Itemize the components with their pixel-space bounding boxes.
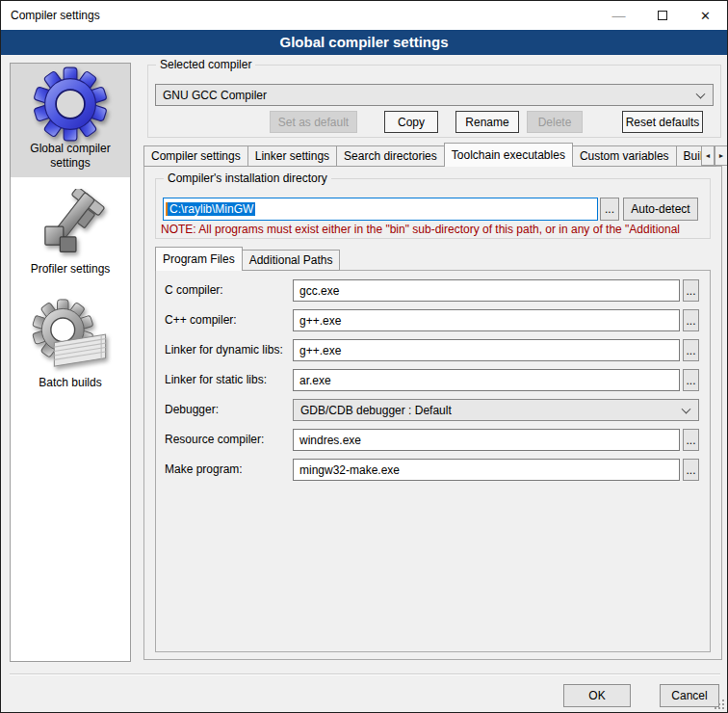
tab-label: Toolchain executables: [452, 148, 565, 162]
tab-toolchain-executables[interactable]: Toolchain executables: [444, 143, 573, 167]
selected-compiler-group-label: Selected compiler: [156, 58, 255, 72]
static-linker-browse-button[interactable]: ...: [683, 369, 699, 391]
tab-compiler-settings[interactable]: Compiler settings: [143, 145, 248, 167]
sidebar-item-label: Profiler settings: [31, 262, 111, 277]
install-dir-input[interactable]: C:\raylib\MinGW: [163, 198, 598, 221]
cpp-compiler-browse-button[interactable]: ...: [683, 309, 699, 331]
compiler-select-value: GNU GCC Compiler: [163, 89, 267, 102]
arrow-left-icon: ◄: [705, 152, 712, 159]
tab-linker-settings[interactable]: Linker settings: [247, 145, 337, 167]
minimize-icon: —: [612, 8, 626, 23]
copy-label: Copy: [398, 116, 425, 129]
tab-label: Linker settings: [255, 149, 329, 163]
cpp-compiler-input[interactable]: g++.exe: [293, 309, 680, 331]
tab-additional-paths[interactable]: Additional Paths: [242, 250, 341, 271]
rename-button[interactable]: Rename: [455, 111, 519, 133]
compiler-tabs: Compiler settings Linker settings Search…: [143, 143, 722, 167]
c-compiler-browse-button[interactable]: ...: [683, 279, 699, 302]
ellipsis-icon: ...: [686, 284, 695, 298]
resource-compiler-browse-button[interactable]: ...: [683, 429, 699, 451]
reset-defaults-button[interactable]: Reset defaults: [622, 111, 703, 133]
tab-label: Custom variables: [580, 149, 669, 163]
set-as-default-button: Set as default: [270, 111, 357, 133]
make-program-input[interactable]: mingw32-make.exe: [293, 459, 680, 481]
chevron-down-icon: [682, 404, 691, 413]
page-title: Global compiler settings: [1, 30, 727, 55]
arrow-right-icon: ►: [718, 152, 725, 159]
debugger-label: Debugger:: [165, 399, 219, 421]
close-icon: ✕: [700, 9, 711, 23]
dynamic-linker-value: g++.exe: [299, 344, 341, 357]
compiler-select[interactable]: GNU GCC Compiler: [155, 84, 714, 106]
compiler-settings-dialog: Compiler settings — ✕ Global compiler se…: [0, 0, 728, 713]
static-linker-value: ar.exe: [299, 374, 331, 387]
install-dir-note: NOTE: All programs must exist either in …: [161, 223, 710, 236]
tab-search-directories[interactable]: Search directories: [336, 145, 445, 167]
install-dir-group-label: Compiler's installation directory: [164, 172, 331, 186]
debugger-value: GDB/CDB debugger : Default: [300, 404, 452, 417]
ok-label: OK: [588, 689, 605, 702]
resource-compiler-input[interactable]: windres.exe: [293, 429, 680, 451]
sidebar-item-profiler-settings[interactable]: Profiler settings: [11, 185, 130, 285]
ellipsis-icon: ...: [686, 314, 695, 328]
resize-grip[interactable]: [715, 700, 724, 709]
rename-label: Rename: [465, 116, 508, 129]
copy-button[interactable]: Copy: [384, 111, 438, 133]
dynamic-linker-input[interactable]: g++.exe: [293, 339, 680, 361]
install-dir-browse-button[interactable]: ...: [600, 198, 619, 221]
resource-compiler-label: Resource compiler:: [165, 429, 264, 451]
make-program-browse-button[interactable]: ...: [683, 459, 699, 481]
caliper-icon: [34, 189, 107, 262]
reset-defaults-label: Reset defaults: [626, 116, 700, 129]
maximize-button[interactable]: [640, 1, 684, 30]
c-compiler-label: C compiler:: [165, 279, 223, 302]
tab-scroll-right-button[interactable]: ►: [715, 145, 728, 166]
debugger-select[interactable]: GDB/CDB debugger : Default: [293, 399, 699, 421]
cancel-label: Cancel: [671, 689, 707, 702]
blue-gear-icon: [33, 66, 108, 142]
program-tabs: Program Files Additional Paths: [155, 247, 444, 271]
gray-gear-stack-icon: [31, 297, 110, 376]
tab-label: Program Files: [163, 252, 235, 266]
sidebar-item-batch-builds[interactable]: Batch builds: [11, 293, 130, 401]
auto-detect-label: Auto-detect: [631, 202, 689, 216]
minimize-button[interactable]: —: [597, 1, 640, 30]
dynamic-linker-browse-button[interactable]: ...: [683, 339, 699, 361]
tab-label: Additional Paths: [249, 253, 333, 267]
window-controls: — ✕: [597, 1, 727, 30]
auto-detect-button[interactable]: Auto-detect: [623, 198, 698, 221]
tab-program-files[interactable]: Program Files: [155, 247, 243, 271]
make-program-label: Make program:: [165, 459, 243, 481]
install-dir-value: C:\raylib\MinGW: [168, 202, 255, 216]
cpp-compiler-label: C++ compiler:: [165, 309, 237, 331]
cancel-button[interactable]: Cancel: [660, 684, 719, 707]
cpp-compiler-value: g++.exe: [299, 314, 341, 328]
delete-button: Delete: [527, 111, 583, 133]
set-as-default-label: Set as default: [278, 116, 349, 129]
close-button[interactable]: ✕: [684, 1, 727, 30]
static-linker-input[interactable]: ar.exe: [293, 369, 680, 391]
c-compiler-value: gcc.exe: [299, 284, 339, 298]
tab-label: Compiler settings: [151, 149, 241, 163]
chevron-down-icon: [696, 89, 706, 98]
c-compiler-input[interactable]: gcc.exe: [293, 279, 680, 302]
resource-compiler-value: windres.exe: [299, 434, 361, 447]
title-bar: Compiler settings — ✕: [1, 1, 727, 30]
ellipsis-icon: ...: [605, 202, 614, 216]
sidebar-item-label: Global compiler: [30, 142, 110, 156]
settings-category-list: Global compiler settings Profiler settin…: [10, 63, 131, 662]
ellipsis-icon: ...: [686, 344, 695, 357]
static-linker-label: Linker for static libs:: [165, 369, 267, 391]
make-program-value: mingw32-make.exe: [299, 463, 400, 477]
ok-button[interactable]: OK: [563, 684, 631, 707]
sidebar-item-global-compiler-settings[interactable]: Global compiler settings: [11, 64, 130, 177]
ellipsis-icon: ...: [686, 434, 695, 447]
sidebar-item-label: Batch builds: [39, 376, 101, 390]
dynamic-linker-label: Linker for dynamic libs:: [165, 339, 283, 361]
ellipsis-icon: ...: [686, 463, 695, 477]
tab-scroll-left-button[interactable]: ◄: [701, 145, 715, 166]
maximize-icon: [658, 11, 667, 20]
delete-label: Delete: [538, 116, 572, 129]
tab-custom-variables[interactable]: Custom variables: [572, 145, 677, 167]
footer-divider: [10, 673, 720, 675]
